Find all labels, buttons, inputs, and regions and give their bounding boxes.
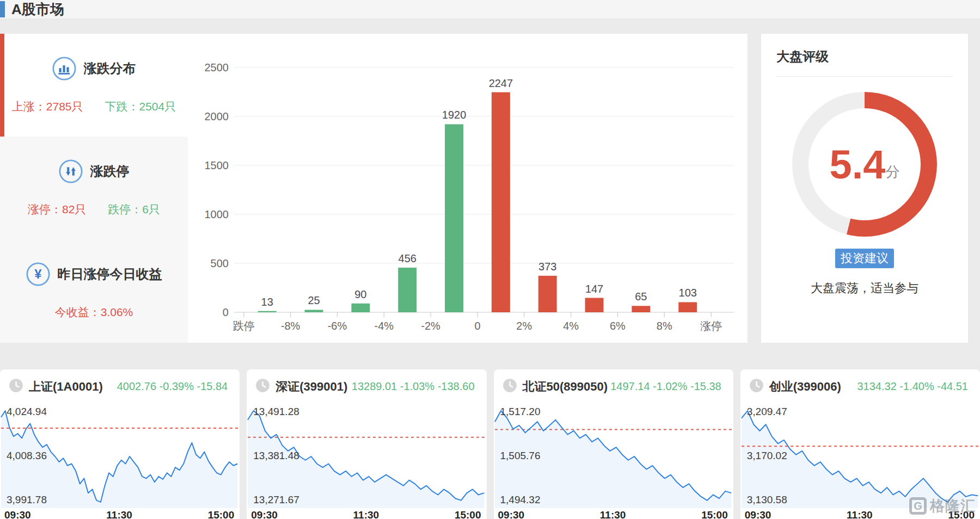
x-tick-label: -8% <box>281 320 301 332</box>
bar-value-label: 13 <box>261 296 273 308</box>
market-rating-gauge: 5.4 分 <box>792 92 937 237</box>
index-card-header[interactable]: 创业(399006)3134.32 -1.40% -44.51 <box>740 369 980 397</box>
distribution-bar <box>398 268 416 312</box>
time-axis-label: 11:30 <box>106 509 132 519</box>
clock-icon <box>255 378 270 395</box>
x-tick-label: 4% <box>563 320 579 332</box>
time-axis-label: 09:30 <box>745 509 771 519</box>
index-name: 创业(399006) <box>769 379 841 395</box>
price-axis-label: 3,991.78 <box>7 494 47 506</box>
sidebar-item-yesterday-limit-today-return[interactable]: ¥ 昨日涨停今日收益 今收益：3.06% <box>0 240 188 343</box>
x-tick-label: 跌停 <box>233 320 255 332</box>
index-card-header[interactable]: 上证(1A0001)4002.76 -0.39% -15.84 <box>0 369 240 397</box>
rating-score: 5.4 <box>830 141 886 188</box>
site-watermark: G 格隆汇 <box>909 496 976 516</box>
price-axis-label: 3,170.02 <box>747 450 787 462</box>
time-axis-label: 15:00 <box>701 509 728 519</box>
intraday-chart: 4,024.944,008.363,991.78 <box>0 405 240 508</box>
time-axis-label: 15:00 <box>208 509 235 519</box>
section-title: 涨跌停 <box>90 163 130 180</box>
distribution-bar <box>585 298 604 312</box>
svg-text:1500: 1500 <box>204 159 228 171</box>
index-card: 北证50(899050)1497.14 -1.02% -15.381,517.2… <box>494 369 733 519</box>
index-quote-values: 13289.01 -1.03% -138.60 <box>352 380 475 393</box>
bar-chart-icon <box>52 57 76 81</box>
intraday-chart: 13,491.2813,381.4813,271.67 <box>247 405 486 508</box>
svg-text:500: 500 <box>211 257 229 269</box>
yen-icon: ¥ <box>26 262 50 286</box>
x-tick-label: 涨停 <box>700 320 722 332</box>
svg-text:2000: 2000 <box>204 110 228 122</box>
bar-value-label: 373 <box>538 261 556 273</box>
price-axis-label: 4,008.36 <box>7 450 47 462</box>
time-axis-label: 11:30 <box>847 509 873 519</box>
bar-value-label: 2247 <box>489 77 513 89</box>
distribution-bar-chart: 05001000150020002500跌停-8%-6%-4%-2%02%4%6… <box>188 34 748 343</box>
time-axis: 09:3011:3015:00 <box>0 508 240 519</box>
time-axis-label: 15:00 <box>455 509 481 519</box>
bar-value-label: 25 <box>308 294 320 306</box>
market-distribution-panel: 涨跌分布 上涨：2785只 下跌：2504只 涨跌停 涨停：82只 跌停：6只 <box>0 34 748 343</box>
sidebar-item-limit-updown[interactable]: 涨跌停 涨停：82只 跌停：6只 <box>0 137 188 239</box>
market-rating-panel: 大盘评级 5.4 分 投资建议 大盘震荡，适当参与 <box>761 34 968 343</box>
bar-value-label: 147 <box>585 283 603 295</box>
rating-score-unit: 分 <box>885 163 899 182</box>
index-card: 深证(399001)13289.01 -1.03% -138.6013,491.… <box>247 369 486 519</box>
index-name: 北证50(899050) <box>523 379 608 395</box>
distribution-bar <box>632 306 650 312</box>
sidebar-item-updown-distribution[interactable]: 涨跌分布 上涨：2785只 下跌：2504只 <box>0 34 188 137</box>
price-axis-label: 1,494.32 <box>500 494 541 506</box>
bar-value-label: 65 <box>635 291 647 302</box>
intraday-chart: 1,517.201,505.761,494.32 <box>494 405 733 508</box>
x-tick-label: 8% <box>657 320 672 332</box>
distribution-bar <box>538 276 557 312</box>
section-title: 涨跌分布 <box>84 60 136 77</box>
x-tick-label: 2% <box>516 320 532 332</box>
distribution-bar <box>445 124 463 312</box>
price-axis-label: 3,209.47 <box>747 406 787 418</box>
title-accent-bar <box>0 1 5 17</box>
price-axis-label: 1,505.76 <box>500 450 541 462</box>
bar-value-label: 1920 <box>442 109 466 121</box>
price-axis-label: 13,381.48 <box>253 450 299 462</box>
price-axis-label: 3,130.58 <box>747 494 787 506</box>
svg-text:2500: 2500 <box>204 61 228 73</box>
clock-icon <box>9 378 23 395</box>
x-tick-label: -4% <box>375 320 394 332</box>
advancers-count: 上涨：2785只 <box>12 99 83 114</box>
section-title: 昨日涨停今日收益 <box>58 265 162 283</box>
svg-text:0: 0 <box>223 306 229 318</box>
sidebar: 涨跌分布 上涨：2785只 下跌：2504只 涨跌停 涨停：82只 跌停：6只 <box>0 34 188 343</box>
index-card: 上证(1A0001)4002.76 -0.39% -15.844,024.944… <box>0 369 240 519</box>
investment-advice-button[interactable]: 投资建议 <box>835 249 894 268</box>
selected-indicator <box>0 34 4 137</box>
bar-value-label: 90 <box>354 288 366 300</box>
clock-icon <box>749 378 764 395</box>
distribution-bar <box>258 311 277 312</box>
time-axis-label: 11:30 <box>353 509 379 519</box>
price-axis-label: 13,271.67 <box>253 494 299 506</box>
x-tick-label: 0 <box>474 320 480 332</box>
page-title: A股市场 <box>11 0 64 19</box>
time-axis-label: 09:30 <box>498 509 525 519</box>
index-card-header[interactable]: 北证50(899050)1497.14 -1.02% -15.38 <box>494 369 733 397</box>
time-axis: 09:3011:3015:00 <box>494 508 733 519</box>
time-axis-label: 11:30 <box>600 509 626 519</box>
svg-text:1000: 1000 <box>204 208 228 220</box>
x-tick-label: -6% <box>328 320 347 332</box>
today-return: 今收益：3.06% <box>55 305 133 320</box>
price-axis-label: 1,517.20 <box>500 406 541 418</box>
limit-up-count: 涨停：82只 <box>28 202 86 217</box>
time-axis: 09:3011:3015:00 <box>247 508 486 519</box>
index-card-header[interactable]: 深证(399001)13289.01 -1.03% -138.60 <box>247 369 486 397</box>
up-down-arrows-icon <box>59 159 83 183</box>
distribution-bar <box>305 310 323 313</box>
time-axis-label: 09:30 <box>251 509 278 519</box>
x-tick-label: -2% <box>421 320 440 332</box>
index-cards-row: 上证(1A0001)4002.76 -0.39% -15.844,024.944… <box>0 369 980 519</box>
bar-value-label: 456 <box>399 252 416 264</box>
clock-icon <box>503 378 517 395</box>
page-header: A股市场 <box>0 0 980 18</box>
advice-text: 大盘震荡，适当参与 <box>776 280 953 296</box>
intraday-chart: 3,209.473,170.023,130.58 <box>740 405 980 508</box>
